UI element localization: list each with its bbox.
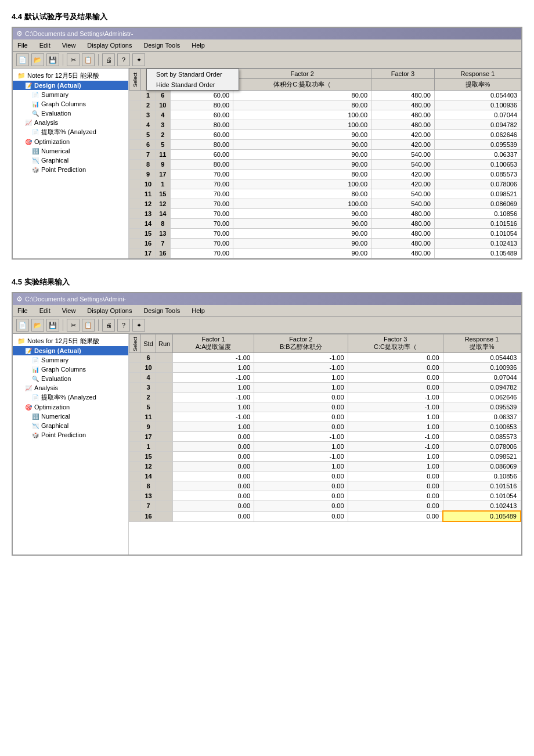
sidebar-item-analysis-2[interactable]: 📈 Analysis: [13, 383, 128, 393]
sidebar-item-eval-2[interactable]: 🔍 Evaluation: [13, 374, 128, 383]
table-row[interactable]: 6 -1.00 -1.00 0.00 0.054403: [129, 353, 521, 363]
cell-select[interactable]: [129, 471, 141, 481]
table-row[interactable]: 9 1.00 0.00 1.00 0.100653: [129, 422, 521, 432]
cell-select[interactable]: [129, 383, 141, 393]
cell-select[interactable]: [129, 170, 141, 179]
btn-cut-1[interactable]: ✂: [67, 53, 80, 66]
table-row[interactable]: 4 -1.00 1.00 0.00 0.07044: [129, 373, 521, 383]
table-row[interactable]: 7 0.00 0.00 0.00 0.102413: [129, 501, 521, 512]
sidebar-item-pred-1[interactable]: 🎲 Point Prediction: [13, 165, 128, 174]
table-row[interactable]: 4 3 80.00 100.00 480.00 0.094782: [129, 120, 521, 130]
table-row[interactable]: 3 1.00 1.00 0.00 0.094782: [129, 383, 521, 393]
cell-select[interactable]: [129, 209, 141, 219]
cell-select[interactable]: [129, 353, 141, 363]
btn-help-1[interactable]: ?: [117, 53, 130, 66]
cell-select[interactable]: [129, 402, 141, 412]
sidebar-item-graphcol-2[interactable]: 📊 Graph Columns: [13, 365, 128, 374]
sidebar-item-num-1[interactable]: 🔢 Numerical: [13, 146, 128, 156]
cell-select[interactable]: [129, 491, 141, 501]
table-row[interactable]: 9 17 70.00 80.00 420.00 0.085573: [129, 170, 521, 179]
cell-select[interactable]: [129, 501, 141, 512]
cell-select[interactable]: [129, 363, 141, 373]
sidebar-item-opt-1[interactable]: 🎯 Optimization: [13, 137, 128, 146]
cell-select[interactable]: [129, 511, 141, 521]
cell-select[interactable]: [129, 412, 141, 422]
menu-help-1[interactable]: Help: [189, 41, 207, 50]
cell-select[interactable]: [129, 452, 141, 462]
table-row[interactable]: 15 0.00 -1.00 1.00 0.098521: [129, 452, 521, 462]
btn-settings-1[interactable]: ✦: [132, 53, 145, 66]
sidebar-item-num-2[interactable]: 🔢 Numerical: [13, 412, 128, 421]
table-row[interactable]: 16 0.00 0.00 0.00 0.105489: [129, 511, 521, 521]
cell-select[interactable]: [129, 120, 141, 130]
cell-select[interactable]: [129, 239, 141, 249]
btn-new-1[interactable]: 📄: [16, 53, 29, 66]
menu-view-1[interactable]: View: [60, 41, 78, 50]
cell-select[interactable]: [129, 373, 141, 383]
context-sort-1[interactable]: Sort by Standard Order: [147, 69, 239, 80]
table-row[interactable]: 16 7 70.00 90.00 480.00 0.102413: [129, 239, 521, 249]
table-row[interactable]: 3 4 60.00 100.00 480.00 0.07044: [129, 110, 521, 120]
table-row[interactable]: 8 9 80.00 90.00 540.00 0.100653: [129, 160, 521, 170]
menu-design-2[interactable]: Design Tools: [141, 306, 182, 315]
sidebar-item-pred-2[interactable]: 🎲 Point Prediction: [13, 430, 128, 440]
menu-display-1[interactable]: Display Options: [85, 41, 134, 50]
table-row[interactable]: 2 10 80.00 80.00 480.00 0.100936: [129, 100, 521, 110]
cell-select[interactable]: [129, 110, 141, 120]
btn-cut-2[interactable]: ✂: [67, 319, 80, 332]
cell-select[interactable]: [129, 481, 141, 491]
table-row[interactable]: 5 1.00 0.00 -1.00 0.095539: [129, 402, 521, 412]
sidebar-item-notes-2[interactable]: 📁 Notes for 12月5日 能果酸: [13, 336, 128, 346]
sidebar-item-opt-2[interactable]: 🎯 Optimization: [13, 402, 128, 412]
btn-open-1[interactable]: 📂: [31, 53, 44, 66]
cell-select[interactable]: [129, 100, 141, 110]
cell-select[interactable]: [129, 249, 141, 258]
cell-select[interactable]: [129, 393, 141, 402]
btn-print-1[interactable]: 🖨: [102, 53, 115, 66]
cell-select[interactable]: [129, 189, 141, 199]
btn-save-1[interactable]: 💾: [46, 53, 59, 66]
table-row[interactable]: 11 15 70.00 80.00 540.00 0.098521: [129, 189, 521, 199]
table-row[interactable]: 10 1.00 -1.00 0.00 0.100936: [129, 363, 521, 373]
table-row[interactable]: 2 -1.00 0.00 -1.00 0.062646: [129, 393, 521, 402]
context-hide-1[interactable]: Hide Standard Order: [147, 80, 239, 90]
sidebar-item-eval-1[interactable]: 🔍 Evaluation: [13, 109, 128, 118]
menu-display-2[interactable]: Display Options: [85, 306, 134, 315]
table-row[interactable]: 15 13 70.00 90.00 480.00 0.101054: [129, 229, 521, 239]
table-row[interactable]: 11 -1.00 0.00 1.00 0.06337: [129, 412, 521, 422]
sidebar-item-graphical-2[interactable]: 📉 Graphical: [13, 421, 128, 430]
table-row[interactable]: 6 5 80.00 90.00 420.00 0.095539: [129, 140, 521, 150]
sidebar-item-summary-2[interactable]: 📄 Summary: [13, 355, 128, 365]
table-row[interactable]: 8 0.00 0.00 0.00 0.101516: [129, 481, 521, 491]
table-row[interactable]: 12 0.00 1.00 1.00 0.086069: [129, 462, 521, 471]
data-area-2[interactable]: Select Std Run Factor 1A:A提取温度 Factor 2B…: [129, 334, 521, 555]
btn-open-2[interactable]: 📂: [31, 319, 44, 332]
menu-view-2[interactable]: View: [60, 306, 78, 315]
table-row[interactable]: 13 0.00 0.00 0.00 0.101054: [129, 491, 521, 501]
menu-file-2[interactable]: File: [15, 306, 30, 315]
btn-settings-2[interactable]: ✦: [132, 319, 145, 332]
cell-select[interactable]: [129, 91, 141, 100]
sidebar-item-extract-1[interactable]: 📄 提取率% (Analyzed: [13, 127, 128, 137]
cell-select[interactable]: [129, 432, 141, 442]
sidebar-item-graphcol-1[interactable]: 📊 Graph Columns: [13, 99, 128, 109]
menu-file-1[interactable]: File: [15, 41, 30, 50]
menu-design-1[interactable]: Design Tools: [141, 41, 182, 50]
cell-select[interactable]: [129, 422, 141, 432]
menu-edit-1[interactable]: Edit: [37, 41, 53, 50]
btn-copy-2[interactable]: 📋: [82, 319, 95, 332]
menu-help-2[interactable]: Help: [189, 306, 207, 315]
cell-select[interactable]: [129, 219, 141, 229]
table-row[interactable]: 17 0.00 -1.00 -1.00 0.085573: [129, 432, 521, 442]
cell-select[interactable]: [129, 179, 141, 189]
btn-copy-1[interactable]: 📋: [82, 53, 95, 66]
table-row[interactable]: 12 12 70.00 100.00 540.00 0.086069: [129, 199, 521, 209]
table-row[interactable]: 13 14 70.00 90.00 480.00 0.10856: [129, 209, 521, 219]
cell-select[interactable]: [129, 199, 141, 209]
cell-select[interactable]: [129, 462, 141, 471]
btn-new-2[interactable]: 📄: [16, 319, 29, 332]
table-row[interactable]: 10 1 70.00 100.00 420.00 0.078006: [129, 179, 521, 189]
table-row[interactable]: 5 2 60.00 90.00 420.00 0.062646: [129, 130, 521, 140]
menu-edit-2[interactable]: Edit: [37, 306, 53, 315]
table-row[interactable]: 7 11 60.00 90.00 540.00 0.06337: [129, 150, 521, 160]
